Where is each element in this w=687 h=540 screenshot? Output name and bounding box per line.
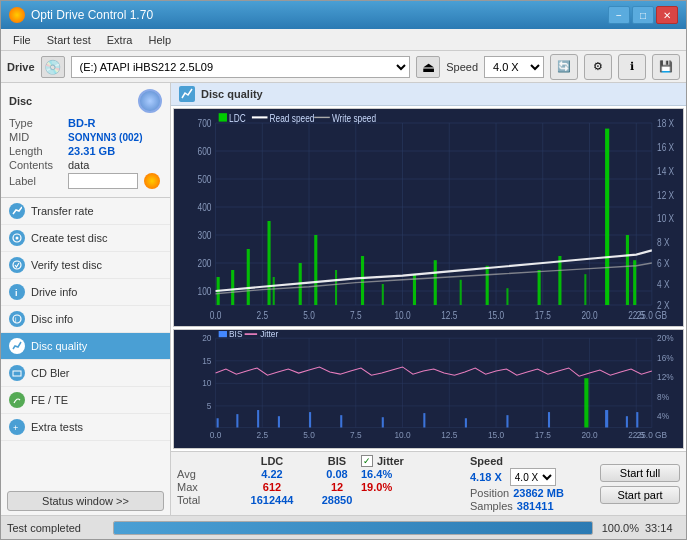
svg-rect-59 <box>273 277 275 305</box>
stats-speed-select[interactable]: 4.0 X <box>510 468 556 486</box>
svg-rect-63 <box>361 256 364 305</box>
jitter-header-row: ✓ Jitter <box>361 455 466 467</box>
svg-text:4%: 4% <box>657 412 670 421</box>
svg-text:25.0 GB: 25.0 GB <box>637 431 668 440</box>
minimize-button[interactable]: − <box>608 6 630 24</box>
nav-label-disc-info: Disc info <box>31 313 73 325</box>
start-part-button[interactable]: Start part <box>600 486 680 504</box>
disc-image-icon <box>138 89 162 113</box>
disc-length-row: Length 23.31 GB <box>9 145 162 157</box>
nav-label-cd-bler: CD Bler <box>31 367 70 379</box>
disc-mid-label: MID <box>9 131 64 143</box>
settings-icon[interactable]: ⚙ <box>584 54 612 80</box>
save-icon[interactable]: 💾 <box>652 54 680 80</box>
svg-text:10.0: 10.0 <box>394 431 411 440</box>
nav-dot-disc-quality <box>9 338 25 354</box>
progress-time: 33:14 <box>645 522 680 534</box>
svg-text:Write speed: Write speed <box>332 111 376 123</box>
drive-select[interactable]: (E:) ATAPI iHBS212 2.5L09 <box>71 56 411 78</box>
svg-text:15: 15 <box>202 357 212 366</box>
svg-text:17.5: 17.5 <box>535 431 552 440</box>
svg-text:5.0: 5.0 <box>303 431 315 440</box>
sidebar-item-extra-tests[interactable]: + Extra tests <box>1 414 170 441</box>
svg-text:20: 20 <box>202 334 212 343</box>
svg-rect-130 <box>584 378 588 427</box>
nav-label-drive-info: Drive info <box>31 286 77 298</box>
sidebar-item-transfer-rate[interactable]: Transfer rate <box>1 198 170 225</box>
status-window-button[interactable]: Status window >> <box>7 491 164 511</box>
stats-max-jitter: 19.0% <box>361 481 392 493</box>
stats-speed-avg-row: 4.18 X 4.0 X <box>470 468 596 486</box>
svg-text:0.0: 0.0 <box>210 309 222 321</box>
start-full-button[interactable]: Start full <box>600 464 680 482</box>
speed-select[interactable]: 4.0 X 1.0 X 2.0 X 8.0 X <box>484 56 544 78</box>
svg-text:14 X: 14 X <box>657 165 674 177</box>
svg-text:0.0: 0.0 <box>210 431 222 440</box>
disc-label-icon <box>144 173 160 189</box>
stats-position-label: Position <box>470 487 509 499</box>
close-button[interactable]: ✕ <box>656 6 678 24</box>
eject-icon[interactable]: ⏏ <box>416 56 440 78</box>
svg-rect-125 <box>382 417 384 427</box>
restore-button[interactable]: □ <box>632 6 654 24</box>
svg-rect-120 <box>236 414 238 427</box>
svg-text:2.5: 2.5 <box>257 309 269 321</box>
svg-text:20%: 20% <box>657 334 674 343</box>
svg-rect-69 <box>506 288 508 305</box>
menu-help[interactable]: Help <box>140 32 179 48</box>
refresh-icon[interactable]: 🔄 <box>550 54 578 80</box>
progress-bar-inner <box>114 522 592 534</box>
svg-text:8 X: 8 X <box>657 236 670 248</box>
svg-text:10 X: 10 X <box>657 212 674 224</box>
menu-start-test[interactable]: Start test <box>39 32 99 48</box>
sidebar-item-cd-bler[interactable]: CD Bler <box>1 360 170 387</box>
svg-text:200: 200 <box>198 257 212 269</box>
stats-max-jitter-row: 19.0% <box>361 481 466 493</box>
svg-rect-122 <box>278 416 280 427</box>
svg-text:Jitter: Jitter <box>260 330 278 339</box>
sidebar-item-drive-info[interactable]: i Drive info <box>1 279 170 306</box>
stats-samples-value: 381411 <box>517 500 554 512</box>
svg-text:LDC: LDC <box>229 111 246 123</box>
svg-rect-66 <box>434 260 437 305</box>
stats-headers: LDC BIS <box>177 455 357 467</box>
svg-rect-121 <box>257 410 259 427</box>
nav-dot-drive-info: i <box>9 284 25 300</box>
disc-label-label: Label <box>9 175 64 187</box>
svg-text:6 X: 6 X <box>657 257 670 269</box>
svg-rect-75 <box>633 260 636 305</box>
stats-avg-speed: 4.18 X <box>470 471 502 483</box>
progress-bar-area: Test completed 100.0% 33:14 <box>1 515 686 539</box>
sidebar-item-create-test-disc[interactable]: Create test disc <box>1 225 170 252</box>
sidebar-item-verify-test-disc[interactable]: Verify test disc <box>1 252 170 279</box>
svg-rect-82 <box>174 330 683 448</box>
stats-position-row: Position 23862 MB <box>470 487 596 499</box>
svg-rect-74 <box>626 235 629 305</box>
stats-header-ldc: LDC <box>247 455 297 467</box>
stats-labels-col: LDC BIS Avg 4.22 0.08 Max 612 12 Total <box>177 455 357 512</box>
sidebar-item-disc-info[interactable]: i Disc info <box>1 306 170 333</box>
stats-total-row: Total 1612444 28850 <box>177 494 357 506</box>
jitter-checkbox[interactable]: ✓ <box>361 455 373 467</box>
stats-header-speed: Speed <box>470 455 503 467</box>
stats-total-ldc: 1612444 <box>247 494 297 506</box>
sidebar: Disc Type BD-R MID SONYNN3 (002) Length … <box>1 83 171 515</box>
bottom-chart-svg: 20 15 10 5 20% 16% 12% 8% 4% 0.0 2.5 5.0 <box>174 330 683 448</box>
sidebar-item-fe-te[interactable]: FE / TE <box>1 387 170 414</box>
svg-text:17.5: 17.5 <box>535 309 552 321</box>
menu-extra[interactable]: Extra <box>99 32 141 48</box>
svg-text:BIS: BIS <box>229 330 243 339</box>
svg-text:12 X: 12 X <box>657 188 674 200</box>
start-buttons-area: Start full Start part <box>600 455 680 512</box>
svg-text:7.5: 7.5 <box>350 309 362 321</box>
drive-browse-icon[interactable]: 💿 <box>41 56 65 78</box>
sidebar-item-disc-quality[interactable]: Disc quality <box>1 333 170 360</box>
disc-info-panel: Disc Type BD-R MID SONYNN3 (002) Length … <box>1 83 170 198</box>
disc-label-input[interactable] <box>68 173 138 189</box>
top-chart-svg: 700 600 500 400 300 200 100 18 X 16 X 14… <box>174 109 683 326</box>
svg-text:10.0: 10.0 <box>394 309 411 321</box>
svg-text:5: 5 <box>207 402 212 411</box>
svg-text:25.0 GB: 25.0 GB <box>637 309 668 321</box>
info-icon[interactable]: ℹ <box>618 54 646 80</box>
menu-file[interactable]: File <box>5 32 39 48</box>
